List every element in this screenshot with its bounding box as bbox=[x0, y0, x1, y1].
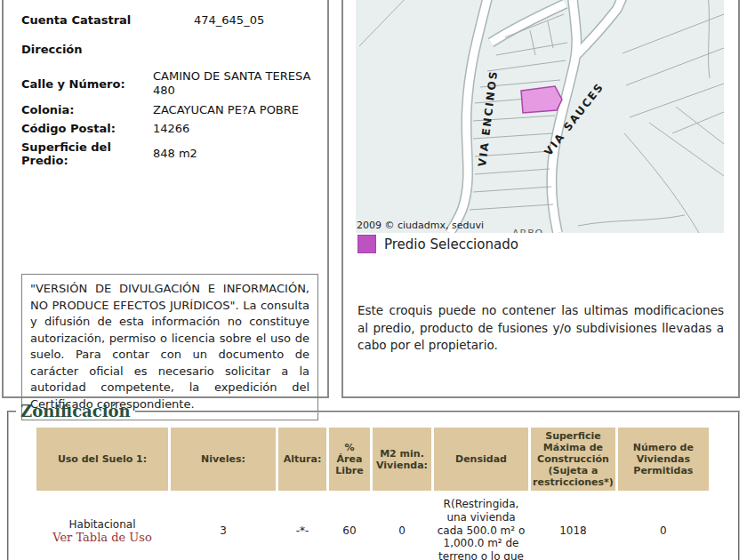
cell-altura: -*- bbox=[278, 493, 326, 560]
zonificacion-title: Zonificación bbox=[16, 402, 135, 420]
header-densidad: Densidad bbox=[434, 428, 528, 491]
cell-m2-min-vivienda: 0 bbox=[373, 493, 431, 560]
cell-superficie-maxima: 1018 bbox=[531, 493, 615, 560]
legend-label: Predio Seleccionado bbox=[384, 236, 518, 252]
field-label-codigo-postal: Código Postal: bbox=[21, 122, 153, 135]
direccion-heading: Dirección bbox=[21, 43, 83, 56]
header-altura: Altura: bbox=[278, 428, 326, 491]
map-image: VIA ENCINOS VIA SAUCES bbox=[356, 0, 724, 233]
legal-disclaimer: "VERSIÓN DE DIVULGACIÓN E INFORMACIÓN, N… bbox=[21, 274, 318, 420]
header-niveles: Niveles: bbox=[171, 428, 276, 491]
selected-parcel-swatch bbox=[357, 235, 376, 253]
cell-niveles: 3 bbox=[171, 493, 276, 560]
ver-tabla-de-uso-link[interactable]: Ver Tabla de Uso bbox=[38, 531, 166, 544]
field-value-colonia: ZACAYUCAN PE?A POBRE bbox=[153, 103, 320, 117]
cuenta-catastral-label: Cuenta Catastral bbox=[21, 13, 194, 27]
cadastral-map: VIA ENCINOS VIA SAUCES ARBO 2009 © ciuda… bbox=[356, 0, 724, 233]
field-value-calle: CAMINO DE SANTA TERESA 480 bbox=[153, 69, 320, 99]
zonificacion-section: Zonificación Uso del Suelo 1: Niveles: A… bbox=[7, 402, 740, 560]
zonificacion-table: Uso del Suelo 1: Niveles: Altura: % Área… bbox=[34, 425, 711, 560]
header-uso-del-suelo: Uso del Suelo 1: bbox=[36, 428, 168, 491]
field-label-colonia: Colonia: bbox=[21, 103, 153, 116]
field-label-calle: Calle y Número: bbox=[21, 77, 153, 91]
street-label-partial: ARBO bbox=[512, 228, 543, 233]
cell-area-libre: 60 bbox=[329, 493, 370, 560]
map-legend: Predio Seleccionado bbox=[357, 235, 518, 253]
map-panel: VIA ENCINOS VIA SAUCES ARBO 2009 © ciuda… bbox=[341, 0, 740, 398]
uso-value: Habitacional bbox=[69, 518, 136, 531]
property-info-panel: Cuenta Catastral474_645_05 Dirección Cal… bbox=[2, 0, 329, 398]
cuenta-catastral-value: 474_645_05 bbox=[194, 13, 264, 27]
field-label-superficie: Superficie del Predio: bbox=[21, 140, 153, 167]
field-value-codigo-postal: 14266 bbox=[153, 122, 320, 136]
croquis-note: Este croquis puede no contener las ultim… bbox=[357, 302, 724, 355]
header-viviendas-permitidas: Número de Viviendas Permitidas bbox=[618, 428, 709, 491]
table-header-row: Uso del Suelo 1: Niveles: Altura: % Área… bbox=[36, 428, 709, 491]
field-value-superficie: 848 m2 bbox=[153, 147, 320, 161]
cell-densidad: R(Restringida, una vivienda cada 500.0 m… bbox=[434, 493, 528, 560]
header-m2-min-vivienda: M2 min. Vivienda: bbox=[373, 428, 431, 491]
header-area-libre: % Área Libre bbox=[329, 428, 370, 491]
header-superficie-maxima: Superficie Máxima de Construcción (Sujet… bbox=[531, 428, 615, 491]
cell-viviendas-permitidas: 0 bbox=[618, 493, 709, 560]
selected-parcel-highlight bbox=[521, 86, 562, 113]
table-row: Habitacional Ver Tabla de Uso 3 -*- 60 0… bbox=[36, 493, 709, 560]
cell-uso-del-suelo: Habitacional Ver Tabla de Uso bbox=[36, 493, 168, 560]
cuenta-catastral-row: Cuenta Catastral474_645_05 bbox=[21, 11, 315, 28]
address-fields: Calle y Número: CAMINO DE SANTA TERESA 4… bbox=[21, 69, 320, 167]
map-copyright: 2009 © ciudadmx, seduvi bbox=[357, 220, 484, 231]
